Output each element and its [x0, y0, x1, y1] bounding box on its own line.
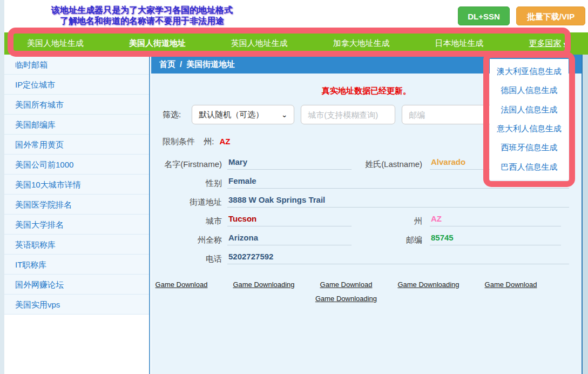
sidebar-item-english-titles[interactable]: 英语职称库 [4, 235, 149, 255]
sidebar-item-top10-cities[interactable]: 美国10大城市详情 [4, 175, 149, 195]
caret-down-icon: ▾ [563, 41, 566, 47]
field-row-street: 街道地址 3888 W Oak Springs Trail [151, 195, 582, 208]
sidebar-item-us-zipcodes[interactable]: 美国邮编库 [4, 115, 149, 135]
nav-item-us-street-address[interactable]: 美国人街道地址 [129, 38, 186, 49]
game-link[interactable]: Game Downloading [233, 280, 294, 289]
dropdown-item-germany[interactable]: 德国人信息生成 [490, 85, 569, 96]
sidebar-item-medical-school-rank[interactable]: 美国医学院排名 [4, 195, 149, 215]
dropdown-item-france[interactable]: 法国人信息生成 [490, 105, 569, 115]
nav-more-label: 更多国家 [529, 38, 561, 48]
sidebar: 临时邮箱 IP定位城市 美国所有城市 美国邮编库 国外常用黄页 美国公司前100… [4, 55, 150, 374]
sidebar-item-us-vps[interactable]: 美国实用vps [4, 295, 149, 315]
city-filter-input[interactable] [301, 105, 395, 124]
breadcrumb-home-link[interactable]: 首页 [159, 59, 175, 69]
dropdown-item-australia[interactable]: 澳大利亚信息生成 [490, 66, 569, 77]
breadcrumb-current: 美国街道地址 [186, 59, 235, 69]
sidebar-item-temp-mail[interactable]: 临时邮箱 [4, 55, 149, 75]
street-label: 街道地址 [151, 197, 227, 208]
more-countries-dropdown: 澳大利亚信息生成 德国人信息生成 法国人信息生成 意大利人信息生成 西班牙信息生… [490, 59, 569, 180]
disclaimer-line2: 了解地名和街道的名称请不要用于非法用途 [42, 16, 242, 26]
game-link[interactable]: Game Download [320, 280, 373, 289]
state-label: 州 [352, 216, 430, 226]
constraint-state-value: AZ [220, 137, 231, 146]
nav-item-canada-address[interactable]: 加拿大地址生成 [333, 38, 390, 49]
city-label: 城市 [151, 216, 227, 226]
gender-label: 性别 [151, 178, 227, 189]
game-links-row1: Game Download Game Downloading Game Down… [151, 280, 541, 289]
field-row-city-state: 城市 Tucson 州 AZ [151, 214, 582, 226]
nav-item-japan-address[interactable]: 日本地址生成 [435, 38, 484, 49]
page: 该地址生成器只是为了大家学习各国的地址格式 了解地名和街道的名称请不要用于非法用… [0, 0, 588, 374]
zip-label: 邮编 [352, 235, 430, 245]
dropdown-item-brazil[interactable]: 巴西人信息生成 [490, 162, 569, 172]
dropdown-item-spain[interactable]: 西班牙信息生成 [490, 143, 569, 153]
sidebar-item-us-cities[interactable]: 美国所有城市 [4, 95, 149, 115]
constraint-label: 限制条件 [163, 137, 195, 146]
game-links: Game Download Game Downloading Game Down… [151, 280, 541, 303]
sidebar-item-forum[interactable]: 国外网赚论坛 [4, 275, 149, 295]
sidebar-item-top1000-companies[interactable]: 美国公司前1000 [4, 155, 149, 175]
main-nav: 美国人地址生成 美国人街道地址 英国人地址生成 加拿大地址生成 日本地址生成 更… [4, 32, 588, 55]
phone-value: 5202727592 [227, 252, 569, 264]
page-right-edge[interactable] [582, 55, 588, 374]
state-full-label: 州全称 [151, 235, 227, 245]
game-link[interactable]: Game Download [485, 280, 537, 289]
field-row-phone: 电话 5202727592 [151, 252, 582, 264]
city-value: Tucson [227, 214, 352, 226]
top-header: 该地址生成器只是为了大家学习各国的地址格式 了解地名和街道的名称请不要用于非法用… [4, 0, 588, 32]
filter-label: 筛选: [163, 110, 181, 120]
nav-item-uk-address[interactable]: 英国人地址生成 [231, 38, 288, 49]
vip-download-button[interactable]: 批量下载/VIP [516, 6, 585, 25]
nav-item-us-address[interactable]: 美国人地址生成 [27, 38, 84, 49]
sidebar-item-ip-city[interactable]: IP定位城市 [4, 75, 149, 95]
lastname-label: 姓氏(Lastname) [352, 159, 430, 170]
state-value: AZ [430, 214, 561, 226]
breadcrumb-separator: / [180, 59, 182, 69]
firstname-value: Mary [227, 157, 352, 170]
random-mode-select[interactable]: 默认随机（可选） ⌄ [192, 105, 294, 124]
nav-item-more-countries[interactable]: 更多国家▾ [529, 38, 566, 49]
field-row-statefull-zip: 州全称 Arizona 邮编 85745 [151, 233, 582, 245]
random-mode-select-value: 默认随机（可选） [199, 110, 263, 120]
disclaimer-line1: 该地址生成器只是为了大家学习各国的地址格式 [42, 5, 242, 16]
game-link[interactable]: Game Downloading [397, 280, 459, 289]
street-value: 3888 W Oak Springs Trail [227, 195, 569, 208]
sidebar-item-university-rank[interactable]: 美国大学排名 [4, 215, 149, 235]
zip-value: 85745 [430, 233, 561, 245]
firstname-label: 名字(Firstname) [151, 159, 227, 170]
disclaimer-notice: 该地址生成器只是为了大家学习各国的地址格式 了解地名和街道的名称请不要用于非法用… [42, 5, 242, 26]
sidebar-item-yellow-pages[interactable]: 国外常用黄页 [4, 135, 149, 155]
game-link[interactable]: Game Download [156, 280, 208, 289]
zip-filter-input[interactable] [402, 105, 501, 124]
page-left-edge [0, 0, 4, 374]
sidebar-item-it-titles[interactable]: IT职称库 [4, 255, 149, 275]
dropdown-item-italy[interactable]: 意大利人信息生成 [490, 124, 569, 134]
select-caret-icon: ⌄ [281, 111, 287, 119]
constraint-state-label: 州: [204, 137, 214, 146]
state-full-value: Arizona [227, 233, 352, 245]
phone-label: 电话 [151, 254, 227, 264]
game-link[interactable]: Game Downloading [315, 295, 377, 303]
dl-ssn-button[interactable]: DL+SSN [458, 6, 510, 25]
game-links-row2: Game Downloading [151, 295, 541, 303]
